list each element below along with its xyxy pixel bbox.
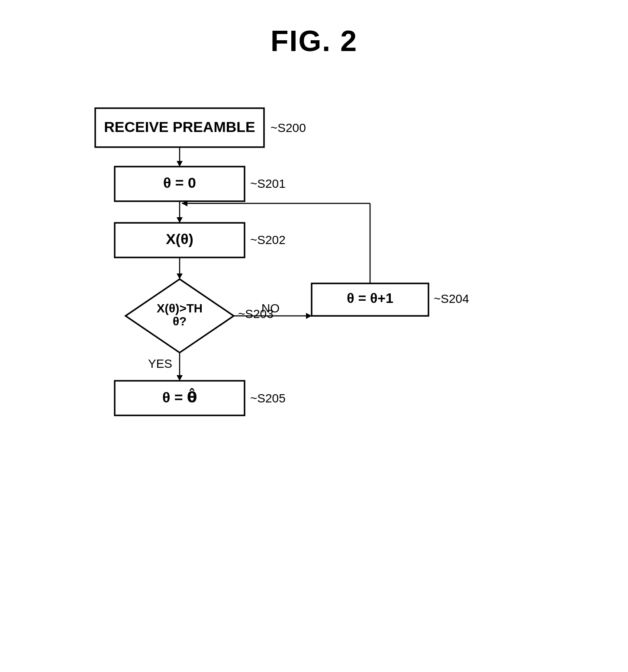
svg-text:~S201: ~S201 xyxy=(250,177,286,190)
svg-text:θ = θ̂: θ = θ̂ xyxy=(162,388,197,405)
svg-text:θ = θ+1: θ = θ+1 xyxy=(347,290,393,306)
svg-text:RECEIVE PREAMBLE: RECEIVE PREAMBLE xyxy=(104,119,255,135)
svg-text:~S202: ~S202 xyxy=(250,233,286,247)
svg-text:~S204: ~S204 xyxy=(434,292,469,305)
svg-text:X(θ): X(θ) xyxy=(166,231,193,247)
svg-marker-9 xyxy=(177,217,183,223)
svg-text:X(θ)>TH: X(θ)>TH xyxy=(157,302,203,315)
svg-text:YES: YES xyxy=(148,357,172,370)
svg-text:NO: NO xyxy=(261,302,280,315)
svg-text:~S205: ~S205 xyxy=(250,392,286,405)
svg-marker-21 xyxy=(177,375,183,381)
svg-text:θ = 0: θ = 0 xyxy=(163,174,196,191)
svg-marker-4 xyxy=(177,161,183,167)
flowchart-svg: RECEIVE PREAMBLE ~S200 θ = 0 ~S201 X(θ) … xyxy=(52,87,528,649)
page-title: FIG. 2 xyxy=(0,0,628,58)
svg-text:θ?: θ? xyxy=(173,315,187,328)
svg-marker-27 xyxy=(306,313,312,319)
svg-text:~S200: ~S200 xyxy=(271,121,306,135)
